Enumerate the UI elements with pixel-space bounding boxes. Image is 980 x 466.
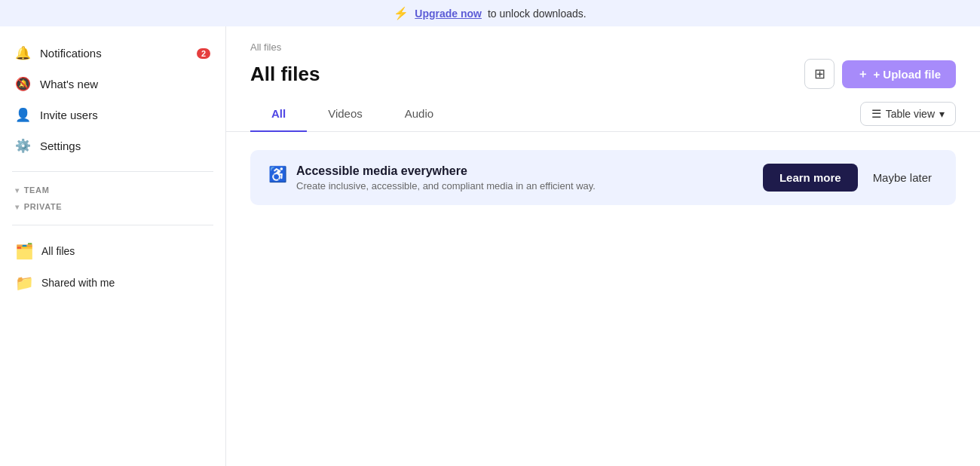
tab-videos[interactable]: Videos xyxy=(307,101,384,132)
content-body: ♿ Accessible media everywhere Create inc… xyxy=(226,132,980,466)
bell-icon: 🔔 xyxy=(15,45,31,61)
page-title: All files xyxy=(250,63,320,86)
sidebar-item-all-files[interactable]: 🗂️ All files xyxy=(0,236,225,266)
info-banner-subtitle: Create inclusive, accessible, and compli… xyxy=(296,180,596,192)
sidebar-divider xyxy=(12,171,213,172)
tab-videos-label: Videos xyxy=(328,107,363,120)
bell-outline-icon: 🔕 xyxy=(15,76,31,92)
tabs-row: All Videos Audio ☰ Table view ▾ xyxy=(226,89,980,132)
tab-all-label: All xyxy=(271,107,286,120)
info-banner-text: Accessible media everywhere Create inclu… xyxy=(296,164,596,192)
team-section-label: TEAM xyxy=(24,185,50,195)
content-area: All files All files ⊞ ＋ + Upload file xyxy=(226,26,980,466)
view-toggle-button[interactable]: ☰ Table view ▾ xyxy=(860,102,956,126)
settings-label: Settings xyxy=(40,139,81,152)
sidebar-item-notifications[interactable]: 🔔 Notifications 2 xyxy=(0,38,225,68)
chevron-down-icon-private: ▾ xyxy=(15,203,20,211)
bolt-icon: ⚡ xyxy=(394,6,409,20)
tab-audio-label: Audio xyxy=(405,107,433,120)
tab-audio[interactable]: Audio xyxy=(384,101,455,132)
list-icon: ☰ xyxy=(871,107,881,121)
learn-more-button[interactable]: Learn more xyxy=(763,164,858,192)
notifications-label: Notifications xyxy=(40,47,102,60)
info-banner-left: ♿ Accessible media everywhere Create inc… xyxy=(268,164,596,192)
sidebar: 🔔 Notifications 2 🔕 What's new 👤 Invite … xyxy=(0,26,226,466)
notifications-badge: 2 xyxy=(197,48,210,59)
chevron-down-view-icon: ▾ xyxy=(939,108,945,120)
sidebar-item-whats-new[interactable]: 🔕 What's new xyxy=(0,69,225,99)
sidebar-section-team[interactable]: ▾ TEAM xyxy=(0,182,225,198)
private-section-label: PRIVATE xyxy=(24,202,63,211)
upload-plus-icon: ＋ xyxy=(857,67,868,81)
add-to-folder-button[interactable]: ⊞ xyxy=(804,59,835,89)
upload-label: + Upload file xyxy=(873,68,941,81)
maybe-later-button[interactable]: Maybe later xyxy=(867,164,938,192)
chevron-down-icon: ▾ xyxy=(15,186,20,195)
shared-with-me-label: Shared with me xyxy=(41,277,115,289)
view-toggle-label: Table view xyxy=(886,108,935,120)
page-title-row: All files ⊞ ＋ + Upload file xyxy=(250,59,956,89)
header-actions: ⊞ ＋ + Upload file xyxy=(804,59,956,89)
add-folder-icon: ⊞ xyxy=(814,66,825,82)
upgrade-banner: ⚡ Upgrade now to unlock downloads. xyxy=(0,0,980,26)
upload-file-button[interactable]: ＋ + Upload file xyxy=(842,60,956,88)
folder-shared-icon: 📁 xyxy=(15,274,34,292)
info-banner-actions: Learn more Maybe later xyxy=(763,164,938,192)
sidebar-item-invite-users[interactable]: 👤 Invite users xyxy=(0,100,225,130)
sidebar-files-divider xyxy=(12,225,213,225)
folder-blue-icon: 🗂️ xyxy=(15,242,34,260)
banner-text: to unlock downloads. xyxy=(488,8,586,20)
tabs-left: All Videos Audio xyxy=(250,101,455,131)
tab-all[interactable]: All xyxy=(250,101,307,132)
upgrade-link[interactable]: Upgrade now xyxy=(415,8,482,20)
info-banner-card: ♿ Accessible media everywhere Create inc… xyxy=(250,150,956,205)
sidebar-item-shared-with-me[interactable]: 📁 Shared with me xyxy=(0,268,225,298)
accessible-icon: ♿ xyxy=(268,165,287,183)
gear-icon: ⚙️ xyxy=(15,138,31,154)
sidebar-section-private[interactable]: ▾ PRIVATE xyxy=(0,199,225,214)
main-layout: 🔔 Notifications 2 🔕 What's new 👤 Invite … xyxy=(0,26,980,466)
info-banner-title: Accessible media everywhere xyxy=(296,164,596,178)
whats-new-label: What's new xyxy=(40,78,98,90)
all-files-label: All files xyxy=(41,245,75,257)
user-icon: 👤 xyxy=(15,107,31,123)
content-header: All files All files ⊞ ＋ + Upload file xyxy=(226,26,980,89)
breadcrumb: All files xyxy=(250,41,956,53)
invite-users-label: Invite users xyxy=(40,109,98,121)
sidebar-item-settings[interactable]: ⚙️ Settings xyxy=(0,131,225,161)
